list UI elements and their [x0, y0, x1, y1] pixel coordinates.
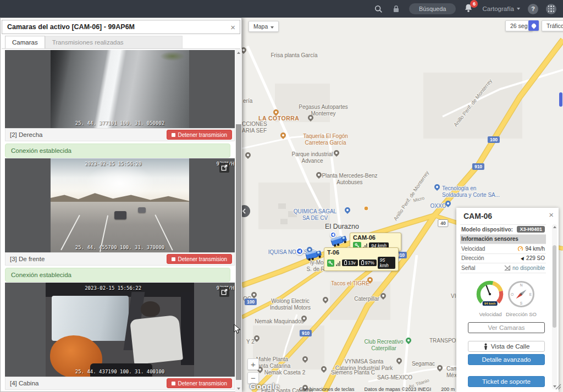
stop-transmission-button[interactable]: Detener transmision: [167, 254, 232, 264]
truck-icon: [303, 247, 323, 263]
tab-transmissions[interactable]: Transmisiones realizadas: [45, 36, 183, 48]
scroll-up-icon[interactable]: [553, 226, 556, 228]
map-pin-icon: [364, 206, 369, 211]
tooltip-title: T-06: [327, 249, 395, 256]
road-shield: 910: [472, 163, 484, 170]
camera-feed-frente: 2023-02-15 15:56:20 93KM/H 25. 44. 45570…: [5, 158, 235, 252]
search-button[interactable]: Búsqueda: [409, 3, 456, 14]
camera-feed-cabina: 2023-02-15 15:56:22 93KM/H 25. 44. 43719…: [5, 283, 235, 377]
map-scrollbar-fragment[interactable]: [559, 92, 562, 107]
road-shield: 910: [300, 330, 312, 336]
map-label: VYNMSA Santa Catarina Industrial Park: [335, 358, 393, 371]
panel-scrollbar[interactable]: [235, 49, 242, 392]
keyboard-shortcuts-link[interactable]: Combinaciones de teclas: [299, 387, 355, 392]
scroll-down-icon[interactable]: [237, 388, 240, 390]
location-pin-button[interactable]: [528, 20, 539, 31]
camera-video-frame: [51, 50, 189, 128]
timestamp-overlay: 2023-02-15 15:56:20: [85, 161, 141, 167]
map-label: Anillo Perif. de Monterrey: [452, 78, 494, 128]
stop-transmission-button[interactable]: Detener transmision: [167, 130, 232, 140]
map-pin-icon: [244, 151, 252, 159]
map-label: Anillo Perif. de Monterrey: [392, 170, 430, 222]
map-pin-icon: [242, 46, 247, 54]
map-label: Tacos el TIGRE: [331, 280, 369, 287]
camera-label: [4] Cabina: [10, 380, 38, 387]
map-data-text: Datos de mapas ©2023 INEGI: [365, 387, 432, 392]
zoom-in-button[interactable]: +: [247, 358, 259, 370]
view-cameras-button[interactable]: Ver Camaras: [468, 322, 545, 333]
lock-icon[interactable]: [391, 4, 401, 14]
gps-overlay: 25. 44. 455700 100. 31. 370000: [75, 245, 165, 250]
map-label: QUIMICA SAGAL SA DE CV: [294, 208, 336, 221]
table-section-header: Información sensores: [460, 235, 546, 245]
map-pin-icon: [301, 355, 309, 363]
map-label: Segamac: [412, 361, 435, 367]
apps-grid-icon: [548, 5, 555, 12]
support-ticket-button[interactable]: Ticket de soporte: [468, 376, 545, 387]
panel-title: Camaras del activo [CAM-06] - 99AP6M: [2, 23, 230, 31]
battery-icon: [361, 261, 364, 265]
cameras-panel: Camaras del activo [CAM-06] - 99AP6M Cam…: [0, 18, 242, 392]
truck-icon: [329, 233, 349, 249]
heading-arrow-icon: [520, 256, 526, 261]
map-pin-icon: [436, 364, 444, 372]
close-icon[interactable]: [230, 23, 235, 31]
map-label: Planta Mercedes-Benz Autobuses: [322, 173, 377, 185]
scrollbar-thumb[interactable]: [236, 124, 241, 380]
asset-detail-panel: CAM-06 Modelo dispositivo: X3-H0401 Info…: [456, 208, 559, 392]
signal-bars-icon: [335, 260, 341, 266]
pegman-icon: [483, 343, 488, 350]
gps-overlay: 25. 44. 437190 100. 31. 400100: [75, 369, 165, 374]
google-logo: Google: [250, 382, 280, 391]
camera-caption-row: [2] Derecha Detener transmision: [5, 128, 235, 141]
map-pin-icon: [433, 183, 441, 191]
apps-grid-button[interactable]: [546, 4, 556, 14]
chevron-down-icon: [517, 8, 520, 10]
map-type-button[interactable]: Mapa: [249, 21, 279, 32]
map-label: CCIONES: [242, 121, 267, 128]
map-label: Club Recreativo Caterpillar: [364, 339, 403, 351]
tab-cameras[interactable]: Camaras: [5, 36, 45, 48]
marker-tooltip-t06[interactable]: T-06 13v 97% 95 kmh: [324, 247, 399, 271]
stop-icon: [172, 257, 175, 261]
expand-camera-button[interactable]: [219, 163, 229, 173]
map-label: Parque industrial Advance: [291, 151, 333, 164]
stop-icon: [172, 133, 175, 137]
search-icon[interactable]: [374, 4, 384, 14]
camera-video-frame: [46, 283, 194, 377]
map-label: LA COTORRA: [258, 115, 299, 122]
speed-badge: 95 kmh: [378, 257, 395, 269]
traffic-button[interactable]: Tráfico: [542, 20, 563, 31]
map-pin-icon: [344, 206, 351, 214]
map-label: Taquería El Fogón Carretera García: [303, 133, 348, 146]
map-label: SAG-MEXICO: [377, 374, 412, 381]
map-pin-icon: [322, 296, 329, 303]
advanced-detail-button[interactable]: Detalle avanzado: [468, 354, 545, 365]
vehicle-marker-t06[interactable]: [303, 247, 323, 264]
map-label: Nemak Maquinados: [255, 318, 304, 325]
help-button[interactable]: ?: [528, 4, 538, 14]
map-label: TRANSPOR: [429, 338, 460, 344]
connection-status: Conexión establecida: [5, 268, 230, 282]
direction-compass: N E S O: [508, 281, 534, 307]
notifications-bell[interactable]: 6: [463, 3, 474, 14]
cartography-menu[interactable]: Cartografía: [482, 5, 520, 12]
table-row-signal: Señal no disponible: [460, 263, 546, 273]
camera-label: [2] Derecha: [10, 131, 42, 138]
map-pin-icon: [333, 149, 340, 157]
street-view-button[interactable]: Vista de Calle: [468, 341, 545, 352]
gps-overlay: 25. 44. 377101 100. 31. 050002: [75, 120, 165, 126]
expand-camera-button[interactable]: [219, 287, 229, 297]
speed-gauge: 94 kmh: [475, 279, 505, 309]
t06-direction-chip[interactable]: [296, 247, 303, 255]
battery-icon: [344, 261, 347, 265]
scrollbar-thumb[interactable]: [553, 245, 556, 328]
stop-transmission-button[interactable]: Detener transmision: [167, 378, 232, 388]
resize-handle[interactable]: [555, 383, 561, 390]
map-pin-icon: [405, 336, 412, 344]
close-icon[interactable]: [549, 211, 554, 219]
road-shield: 40: [438, 219, 448, 227]
scroll-up-icon[interactable]: [237, 52, 240, 54]
map-canvas[interactable]: Frisa planta GarcíaeríaCCIONESARIA SEFLA…: [242, 18, 563, 392]
panel-scrollbar[interactable]: [552, 224, 557, 389]
